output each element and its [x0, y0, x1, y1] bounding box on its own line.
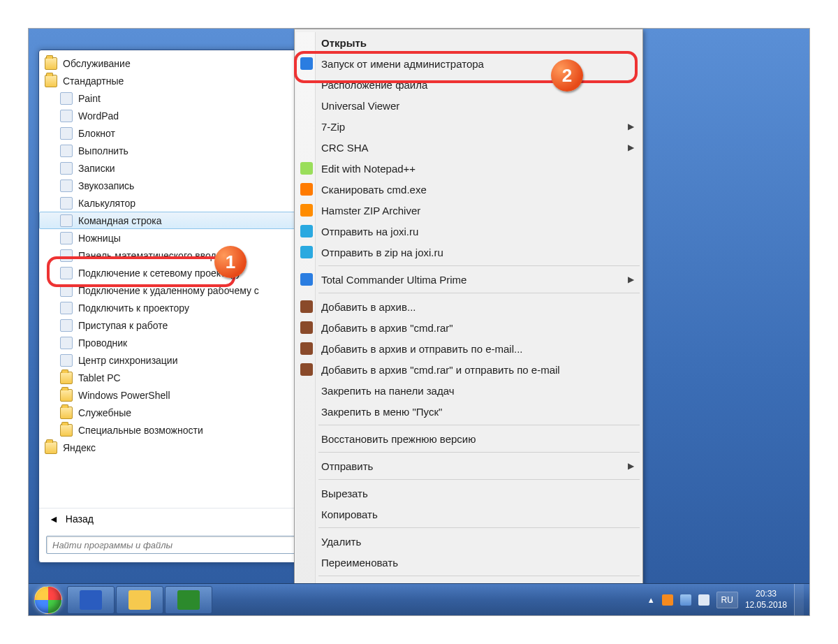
ctx-item-label: Закрепить на панели задач	[321, 385, 455, 397]
wordpad-icon	[60, 110, 73, 122]
ctx-item-label: Вырезать	[321, 488, 368, 499]
taskbar-app-explorer[interactable]	[116, 586, 163, 614]
ctx-item-label: Добавить в архив...	[321, 301, 416, 313]
maintenance-icon	[45, 57, 57, 70]
program-folder-accessibility[interactable]: Специальные возможности	[39, 421, 310, 439]
explorer-icon	[128, 590, 151, 610]
winrar-icon	[300, 300, 313, 313]
math-input-icon	[60, 249, 73, 262]
program-item-snipping-tool[interactable]: Ножницы	[39, 229, 310, 247]
ctx-rar-add-cmd[interactable]: Добавить в архив "cmd.rar"	[296, 317, 641, 338]
tray-app-icon[interactable]	[662, 594, 673, 606]
program-item-wordpad[interactable]: WordPad	[39, 107, 310, 124]
ctx-item-label: Копировать	[321, 508, 378, 520]
program-folder-powershell[interactable]: Windows PowerShell	[39, 386, 310, 404]
program-folder-maintenance[interactable]: Обслуживание	[39, 54, 310, 72]
annotation-badge-1: 1	[214, 246, 247, 278]
ctx-item-label: Удалить	[321, 536, 361, 548]
program-item-projector[interactable]: Подключить к проектору	[39, 299, 310, 316]
program-label: Обслуживание	[63, 58, 131, 69]
show-desktop-button[interactable]	[794, 584, 804, 615]
ctx-joxi-zip[interactable]: Отправить в zip на joxi.ru	[296, 242, 641, 263]
tc-icon	[300, 273, 313, 286]
ctx-send-to[interactable]: Отправить▶	[296, 455, 641, 476]
search-input[interactable]	[46, 536, 303, 554]
ctx-item-label: 7-Zip	[321, 121, 345, 133]
paint-icon	[60, 92, 73, 105]
program-folder-system-tools[interactable]: Служебные	[39, 404, 310, 421]
program-label: Windows PowerShell	[78, 390, 170, 401]
ctx-hamster[interactable]: Hamster ZIP Archiver	[296, 200, 641, 221]
ctx-pin-taskbar[interactable]: Закрепить на панели задач	[296, 380, 641, 401]
taskbar-app-task-manager[interactable]	[165, 586, 212, 614]
ctx-separator	[318, 479, 640, 480]
sticky-notes-icon	[60, 162, 73, 175]
program-folder-yandex[interactable]: Яндекс	[39, 439, 310, 456]
accessibility-icon	[60, 424, 73, 437]
ctx-rar-add[interactable]: Добавить в архив...	[296, 296, 641, 317]
program-item-explorer[interactable]: Проводник	[39, 334, 310, 351]
program-item-calculator[interactable]: Калькулятор	[39, 194, 310, 212]
submenu-arrow-icon: ▶	[628, 142, 634, 152]
ctx-rar-cmd-email[interactable]: Добавить в архив "cmd.rar" и отправить п…	[296, 359, 641, 380]
program-item-sync-center[interactable]: Центр синхронизации	[39, 351, 310, 369]
program-item-getting-started[interactable]: Приступая к работе	[39, 316, 310, 334]
submenu-arrow-icon: ▶	[628, 275, 634, 284]
program-label: Звукозапись	[78, 180, 134, 191]
clock-date: 12.05.2018	[745, 600, 787, 611]
taskbar: ▲ RU 20:33 12.05.2018	[29, 583, 809, 615]
ctx-open-location[interactable]: Расположение файла	[296, 74, 641, 95]
tray-chevron-icon[interactable]: ▲	[647, 596, 655, 604]
program-item-net-projector[interactable]: Подключение к сетевому проектору	[39, 264, 310, 281]
joxi-icon	[300, 225, 313, 237]
ctx-pin-start[interactable]: Закрепить в меню "Пуск"	[296, 401, 641, 422]
ctx-restore-version[interactable]: Восстановить прежнюю версию	[296, 428, 641, 449]
ctx-total-commander[interactable]: Total Commander Ultima Prime▶	[296, 269, 641, 290]
ctx-rename[interactable]: Переименовать	[296, 552, 641, 573]
back-icon: ◄	[49, 513, 59, 525]
ctx-separator	[318, 425, 640, 425]
ctx-run-as-admin[interactable]: Запуск от имени администратора	[296, 53, 641, 74]
program-folder-accessories[interactable]: Стандартные	[39, 72, 310, 89]
taskbar-clock[interactable]: 20:33 12.05.2018	[745, 589, 787, 610]
program-item-notepad[interactable]: Блокнот	[39, 124, 310, 142]
program-folder-tablet-pc[interactable]: Tablet PC	[39, 369, 310, 386]
start-menu-back[interactable]: ◄ Назад	[39, 508, 310, 529]
program-item-paint[interactable]: Paint	[39, 89, 310, 107]
ctx-avast-scan[interactable]: Сканировать cmd.exe	[296, 179, 641, 200]
program-item-cmd[interactable]: Командная строка	[39, 212, 310, 229]
system-tools-icon	[60, 407, 73, 419]
program-item-run[interactable]: Выполнить	[39, 142, 310, 159]
program-item-math-input[interactable]: Панель математического ввода	[39, 247, 310, 264]
ctx-crc-sha[interactable]: CRC SHA▶	[296, 137, 641, 158]
ctx-item-label: Восстановить прежнюю версию	[321, 433, 476, 445]
volume-icon[interactable]	[698, 594, 710, 606]
taskbar-app-word[interactable]	[67, 586, 115, 614]
network-icon[interactable]	[680, 594, 691, 606]
winrar-icon	[300, 363, 313, 376]
start-button[interactable]	[30, 585, 66, 615]
ctx-rar-email[interactable]: Добавить в архив и отправить по e-mail..…	[296, 338, 641, 359]
ctx-npp[interactable]: Edit with Notepad++	[296, 158, 641, 179]
program-item-rdp[interactable]: Подключение к удаленному рабочему с	[39, 281, 310, 299]
ctx-universal-viewer[interactable]: Universal Viewer	[296, 95, 641, 116]
projector-icon	[60, 302, 73, 314]
ctx-item-label: Расположение файла	[321, 79, 427, 91]
language-indicator[interactable]: RU	[716, 592, 738, 608]
system-tray: ▲ RU 20:33 12.05.2018	[642, 584, 809, 615]
notepad-icon	[60, 127, 73, 140]
calculator-icon	[60, 197, 73, 210]
ctx-cut[interactable]: Вырезать	[296, 483, 641, 504]
ctx-copy[interactable]: Копировать	[296, 504, 641, 525]
ctx-joxi[interactable]: Отправить на joxi.ru	[296, 221, 641, 242]
program-label: Paint	[78, 93, 101, 104]
ctx-open[interactable]: Открыть	[296, 32, 641, 53]
ctx-item-label: Запуск от имени администратора	[321, 58, 484, 70]
ctx-delete[interactable]: Удалить	[296, 531, 641, 552]
ctx-7zip[interactable]: 7-Zip▶	[296, 116, 641, 137]
program-item-sticky-notes[interactable]: Записки	[39, 159, 310, 177]
program-item-sound-recorder[interactable]: Звукозапись	[39, 177, 310, 194]
ctx-item-label: Переименовать	[321, 557, 398, 569]
net-projector-icon	[60, 267, 73, 279]
ctx-item-label: Закрепить в меню "Пуск"	[321, 406, 442, 418]
